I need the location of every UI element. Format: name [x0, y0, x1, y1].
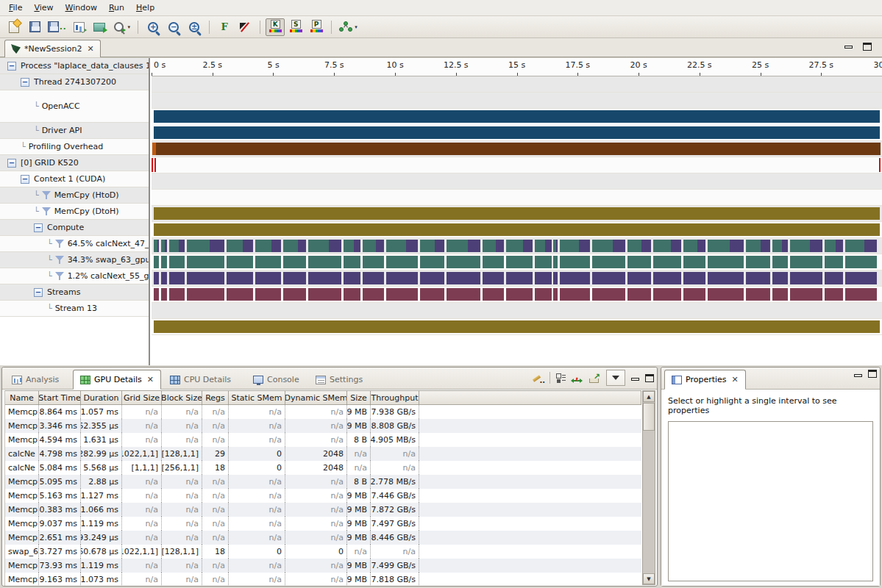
timeline-row-memcpy-dtoh[interactable] [152, 222, 882, 238]
table-row[interactable]: calcNe155.084 ms5.568 µs[1,1,1][256,1,1]… [5, 461, 641, 475]
add-marker-button[interactable]: F [215, 18, 234, 36]
maximize-icon[interactable] [863, 43, 872, 51]
tab-console[interactable]: Console [246, 370, 306, 390]
export-icon[interactable]: ↗ [589, 373, 600, 383]
table-scrollbar[interactable]: ▲ ▼ [642, 390, 655, 585]
column-header-start-time[interactable]: Start Time [39, 391, 81, 404]
tab-gpu-details[interactable]: GPU Details✕ [73, 370, 161, 390]
menu-help[interactable]: Help [130, 1, 160, 15]
minimize-icon[interactable] [631, 378, 639, 381]
timeline-row-driver-api[interactable] [152, 141, 882, 157]
menu-view[interactable]: View [28, 1, 59, 15]
filter-funnel-icon[interactable] [42, 207, 51, 215]
minimize-icon[interactable] [854, 374, 862, 377]
maximize-icon[interactable] [645, 374, 654, 382]
reset-marker-button[interactable] [235, 18, 255, 36]
column-header-static-smem[interactable]: Static SMem [229, 391, 285, 404]
new-segment-button[interactable] [91, 18, 110, 36]
dropdown-caret-icon[interactable]: ▾ [355, 24, 358, 30]
tab-cpu-details[interactable]: CPU Details [163, 370, 238, 390]
menu-window[interactable]: Window [60, 1, 103, 15]
tree-row-memcpy-dtoh[interactable]: └MemCpy (DtoH) [0, 204, 149, 220]
generate-report-button[interactable] [71, 18, 90, 36]
timeline-row-context-1-cuda[interactable] [152, 190, 882, 206]
analysis-tree-button[interactable]: ▾ [337, 18, 360, 36]
color-processes-button[interactable]: P [307, 18, 326, 36]
zoom-out-button[interactable]: − [164, 18, 183, 36]
timeline-row-thread-2741307200[interactable] [152, 93, 882, 109]
group-view-icon[interactable] [556, 373, 566, 383]
timeline-row-process-laplace-data-clauses-10[interactable] [152, 76, 882, 93]
column-header-throughput[interactable]: Throughput [371, 391, 419, 404]
collapse-toggle-icon[interactable]: − [7, 159, 16, 168]
timeline-row-openacc[interactable] [152, 109, 882, 141]
tree-row-memcpy-htod[interactable]: └MemCpy (HtoD) [0, 187, 149, 204]
tree-row-compute[interactable]: −Compute [0, 220, 149, 236]
table-row[interactable]: Memcp160.383 ms1.066 msn/an/an/an/an/a9 … [5, 503, 641, 517]
column-header-dynamic-smem[interactable]: Dynamic SMem [285, 391, 347, 404]
dropdown-caret-icon[interactable]: ▾ [128, 24, 131, 30]
column-header-duration[interactable]: Duration [81, 391, 122, 404]
timeline-row-profiling-overhead[interactable] [152, 157, 882, 173]
collapse-toggle-icon[interactable]: − [21, 78, 29, 87]
timeline-row-1-2-calcnext-55-g[interactable] [152, 287, 882, 303]
table-row[interactable]: Memcp154.594 ms1.631 µsn/an/an/an/an/a8 … [5, 433, 641, 447]
timeline-row-64-5-calcnext-47[interactable] [152, 254, 882, 270]
tree-row-openacc[interactable]: └OpenACC [0, 90, 149, 123]
filter-funnel-icon[interactable] [55, 272, 64, 280]
scroll-thumb[interactable] [643, 403, 655, 431]
tab-properties[interactable]: Properties ✕ [664, 370, 746, 390]
filter-funnel-icon[interactable] [55, 256, 64, 264]
column-header-regs[interactable]: Regs [202, 391, 229, 404]
tree-row-34-3-swap-63-gpu[interactable]: └34.3% swap_63_gpu [0, 252, 149, 268]
timeline-row-0-grid-k520[interactable] [152, 173, 882, 190]
timeline-row-stream-13[interactable] [152, 319, 882, 335]
timeline-row-34-3-swap-63-gpu[interactable] [152, 270, 882, 287]
filter-funnel-icon[interactable] [55, 240, 64, 248]
table-row[interactable]: Memcp173.93 ms1.119 msn/an/an/an/an/a9 M… [5, 559, 641, 573]
table-row[interactable]: Memcp148.864 ms1.057 msn/an/an/an/an/a9 … [5, 405, 641, 419]
tree-row-64-5-calcnext-47[interactable]: └64.5% calcNext_47_... [0, 236, 149, 252]
tree-row-profiling-overhead[interactable]: └Profiling Overhead [0, 139, 149, 155]
color-kernels-button[interactable]: K [266, 18, 285, 36]
minimize-icon[interactable] [844, 46, 853, 49]
table-row[interactable]: Memcp155.163 ms1.127 msn/an/an/an/an/a9 … [5, 489, 641, 503]
focus-timeline-icon[interactable]: , [572, 373, 583, 383]
save-button[interactable] [25, 18, 44, 36]
timeline-row-streams[interactable] [152, 303, 882, 319]
zoom-in-button[interactable]: + [143, 18, 163, 36]
maximize-icon[interactable] [868, 370, 877, 378]
scroll-up-icon[interactable]: ▲ [643, 391, 655, 402]
table-row[interactable]: Memcp153.346 ms62.355 µsn/an/an/an/an/a9… [5, 419, 641, 433]
tree-row-process-laplace-data-clauses-10[interactable]: −Process "laplace_data_clauses 10... [0, 58, 149, 74]
close-icon[interactable]: ✕ [87, 44, 93, 54]
table-row[interactable]: Memcp179.163 ms1.073 msn/an/an/an/an/a9 … [5, 573, 641, 586]
session-tab[interactable]: *NewSession2 ✕ [4, 40, 101, 57]
close-icon[interactable]: ✕ [147, 375, 154, 384]
tab-analysis[interactable]: Analysis [5, 370, 65, 390]
tab-settings[interactable]: Settings [309, 370, 369, 390]
column-header-grid-size[interactable]: Grid Size [122, 391, 162, 404]
collapse-toggle-icon[interactable]: − [34, 223, 43, 232]
scroll-down-icon[interactable]: ▼ [643, 573, 655, 584]
tree-row-stream-13[interactable]: └Stream 13 [0, 301, 149, 317]
tree-row-thread-2741307200[interactable]: −Thread 2741307200 [0, 74, 149, 90]
tree-row-streams[interactable]: −Streams [0, 284, 149, 301]
collapse-toggle-icon[interactable]: − [21, 175, 29, 184]
filter-funnel-icon[interactable] [42, 191, 51, 199]
column-header-size[interactable]: Size [347, 391, 371, 404]
close-icon[interactable]: ✕ [732, 375, 739, 384]
run-analysis-button[interactable]: ▾ [112, 18, 133, 36]
table-row[interactable]: Memcp172.651 ms93.249 µsn/an/an/an/an/a9… [5, 531, 641, 545]
edit-filter-icon[interactable]: .. [532, 373, 544, 383]
tree-row-driver-api[interactable]: └Driver API [0, 123, 149, 139]
collapse-toggle-icon[interactable]: − [34, 288, 43, 297]
table-row[interactable]: swap_6173.727 ms60.678 µs[1022,1,1][128,… [5, 545, 641, 559]
table-row[interactable]: Memcp169.037 ms1.119 msn/an/an/an/an/a9 … [5, 517, 641, 531]
menu-run[interactable]: Run [103, 1, 130, 15]
table-row[interactable]: calcNe154.798 ms282.99 µs[1022,1,1][128,… [5, 447, 641, 461]
tree-row-context-1-cuda[interactable]: −Context 1 (CUDA) [0, 171, 149, 187]
collapse-toggle-icon[interactable]: − [7, 62, 16, 71]
column-header-name[interactable]: Name [5, 391, 39, 404]
menu-file[interactable]: File [3, 1, 28, 15]
